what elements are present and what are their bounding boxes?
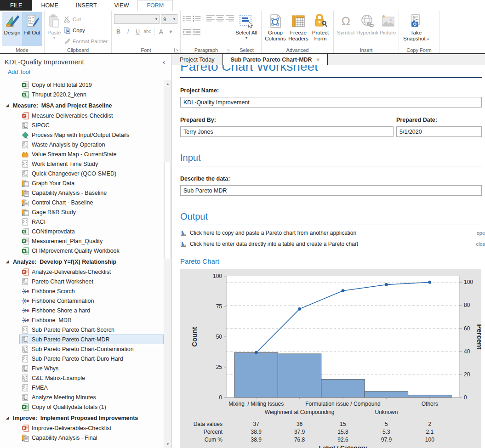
describe-data-input[interactable] [180, 185, 482, 196]
pareto-chart: 0255075100020406080100Mixing / Milling I… [180, 269, 481, 448]
italic-button[interactable]: I [124, 27, 132, 36]
project-name-input[interactable] [180, 97, 482, 108]
tree-item[interactable]: Gage R&R Study [19, 207, 164, 217]
tree-item[interactable]: Copy of Hold total 2019 [19, 80, 164, 90]
font-color-button[interactable]: A [157, 27, 165, 36]
take-snapshot-button[interactable]: Take Snapshot ▾ [401, 12, 431, 46]
tree-item[interactable]: P Measure-Deliverables-Checklist [19, 111, 164, 120]
tree-item[interactable]: Fishbone Contamination [19, 296, 164, 306]
add-tool-link[interactable]: Add Tool [0, 67, 171, 76]
bold-button[interactable]: B [114, 27, 123, 36]
powerpoint-icon: P [22, 112, 29, 119]
font-name-combobox[interactable]: ▾ [114, 14, 160, 24]
tree-item[interactable]: P Analyze-Deliverables-Checklist [19, 267, 164, 277]
tree-item[interactable]: Quick Changeover (QCO-SMED) [19, 169, 164, 178]
align-left-button[interactable] [206, 14, 215, 23]
align-center-button[interactable] [216, 14, 225, 23]
tree-section[interactable]: ◢ Improve: Implement Proposed Improvemen… [6, 413, 164, 423]
group-columns-label: Group Columns [264, 30, 287, 42]
svg-text:80: 80 [464, 302, 470, 308]
tab-close-icon[interactable]: × [316, 56, 320, 63]
tree-item[interactable]: Fishbone Scorch [19, 286, 164, 296]
title-rule [180, 77, 482, 78]
tree-item[interactable]: RACI [19, 217, 164, 227]
scroll-up-icon[interactable]: ▲ [164, 80, 171, 88]
edge-text-close[interactable]: clos [476, 241, 485, 247]
paste-button[interactable]: Paste ▾ [47, 12, 62, 46]
tree-item-selected[interactable]: Sub Pareto Pareto Chart-MDR [19, 335, 164, 344]
fill-out-mode-button[interactable]: Fill Out [22, 12, 42, 46]
tree-item[interactable]: Work Element Time Study [19, 159, 164, 169]
enter-data-link[interactable]: Click here to enter data directly into a… [180, 241, 482, 247]
tree-item[interactable]: Graph Your Data [19, 178, 164, 188]
tree-item[interactable]: C&E Matrix-Example [19, 373, 164, 383]
tree-item[interactable]: Waste Analysis by Operation [19, 140, 164, 149]
tree-item[interactable]: CONtImprovdata [19, 227, 164, 236]
tree-item[interactable]: Analyze Meeting Minutes [19, 392, 164, 402]
tree-item[interactable]: Sub Pareto Pareto Chart-Duro Hard [19, 354, 164, 363]
ribbon-group-mode: Design Fill Out Mode [0, 11, 45, 53]
svg-text:Percent: Percent [204, 429, 223, 435]
prepared-by-input[interactable] [180, 126, 394, 137]
project-tree: Copy of Hold total 2019 Thruput 2020.2_k… [0, 80, 164, 448]
ribbon-tab-form[interactable]: FORM [137, 0, 173, 11]
tree-item[interactable]: Pareto Chart Worksheet [19, 277, 164, 286]
format-painter-button[interactable]: Format Painter [62, 36, 109, 47]
tree-item[interactable]: Capability Analysis - Final [19, 433, 164, 442]
tree-item[interactable]: Thruput 2020.2_kenn [19, 90, 164, 99]
tree-item[interactable]: CI IMprovement Quality Workbook [19, 246, 164, 255]
scroll-down-icon[interactable]: ▼ [164, 440, 171, 448]
bullet-list-button[interactable] [183, 14, 192, 23]
select-all-button[interactable]: Select All ▾ [234, 12, 258, 46]
tree-section[interactable]: ◢ Analyze: Develop Y=f(X) Relationship [6, 256, 164, 267]
font-dialog-launcher[interactable]: ↘ [174, 48, 179, 52]
copy-button[interactable]: Copy [62, 25, 109, 36]
tree-item[interactable]: Value Stream Map - CurrentState [19, 149, 164, 159]
tree-item[interactable]: Fishbone MDR [19, 315, 164, 325]
hyperlink-button[interactable]: Hyperlink [355, 12, 379, 46]
group-columns-button[interactable]: Group Columns [264, 12, 287, 46]
tree-item[interactable]: Copy of Qualitydata totals (1) [19, 402, 164, 412]
protect-form-button[interactable]: Protect Form [310, 12, 331, 46]
numbered-list-button[interactable] [193, 14, 201, 23]
paragraph-dialog-launcher[interactable]: ↘ [226, 48, 230, 52]
scrollbar-thumb[interactable] [165, 162, 171, 259]
symbol-button[interactable]: Ω Symbol [336, 12, 355, 46]
tree-item[interactable]: Fishbone Shore a hard [19, 306, 164, 315]
font-size-combobox[interactable]: 9 ▾ [161, 14, 177, 24]
tree-item[interactable]: Measurement_Plan_Quality [19, 236, 164, 246]
tree-item[interactable]: SIPOC [19, 120, 164, 130]
ribbon-tab-file[interactable]: FILE [0, 0, 32, 11]
svg-text:50: 50 [216, 334, 223, 340]
tree-item[interactable]: Process Map with Input/Output Details [19, 130, 164, 140]
tree-item[interactable]: Five Whys [19, 363, 164, 373]
copy-paste-pareto-link[interactable]: Click here to copy and paste a Pareto ch… [180, 230, 482, 236]
svg-text:P: P [23, 114, 25, 118]
underline-button[interactable]: U [133, 27, 142, 36]
design-mode-button[interactable]: Design [2, 12, 22, 46]
edge-text-open[interactable]: ope [477, 230, 485, 236]
decrease-indent-button[interactable] [183, 28, 192, 36]
ribbon-tab-view[interactable]: VIEW [106, 0, 138, 11]
sidebar-scrollbar[interactable]: ▲ ▼ [164, 80, 171, 448]
cut-button[interactable]: Cut [62, 14, 109, 25]
prepared-date-input[interactable] [396, 126, 482, 137]
freeze-headers-button[interactable]: Freeze Headers [287, 12, 310, 46]
tree-item[interactable]: Control Chart - Baseline [19, 198, 164, 207]
tree-item[interactable]: FMEA [19, 383, 164, 392]
tree-item[interactable]: P Improve-Deliverables-Checklist [19, 423, 164, 433]
sidebar-collapse-icon[interactable]: ‹ [161, 58, 167, 66]
picture-button[interactable]: Picture [379, 12, 396, 46]
tree-item-label: Fishbone MDR [32, 317, 72, 323]
ribbon-tab-home[interactable]: HOME [32, 0, 67, 11]
font-color-caret-icon[interactable]: ▾ [166, 27, 175, 36]
tree-section[interactable]: ◢ Measure: MSA and Project Baseline [6, 100, 164, 111]
tree-item[interactable]: Capability Analysis - Baseline [19, 188, 164, 198]
strikethrough-button[interactable]: abc [143, 27, 152, 36]
tree-item[interactable]: Sub Pareto Pareto Chart-Scorch [19, 325, 164, 335]
increase-indent-button[interactable] [193, 28, 201, 36]
doc-tab-project-today[interactable]: Project Today [172, 54, 223, 65]
doc-tab-sub-pareto-mdr[interactable]: Sub Pareto Pareto Chart-MDR × [223, 54, 328, 65]
tree-item[interactable]: Sub Pareto Pareto Chart-Contamination [19, 344, 164, 354]
ribbon-tab-insert[interactable]: INSERT [67, 0, 106, 11]
